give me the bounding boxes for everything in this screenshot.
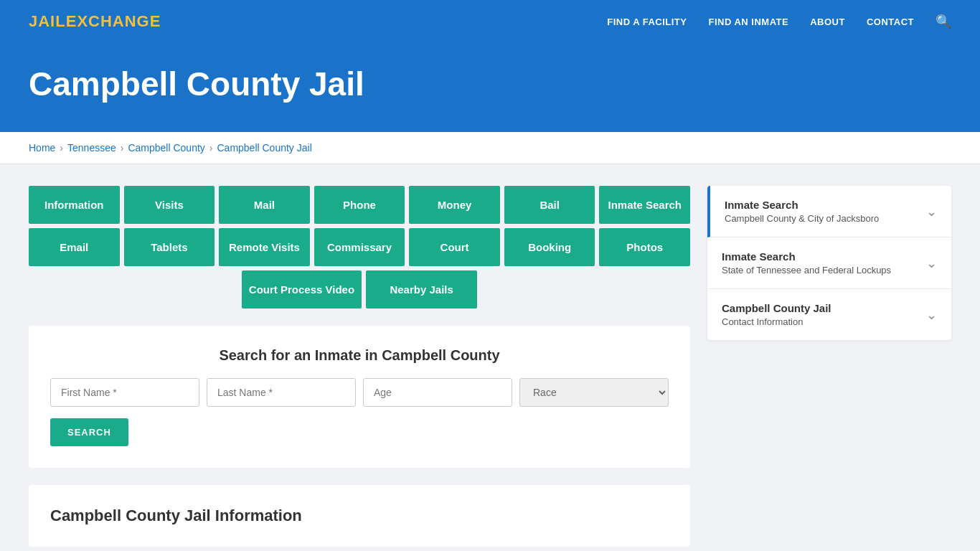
breadcrumb-home[interactable]: Home xyxy=(29,142,55,154)
breadcrumb-tennessee[interactable]: Tennessee xyxy=(67,142,116,154)
nav-tiles: Information Visits Mail Phone Money Bail… xyxy=(29,186,690,309)
tile-email[interactable]: Email xyxy=(29,228,120,266)
search-title: Search for an Inmate in Campbell County xyxy=(50,347,669,364)
breadcrumb-bar: Home › Tennessee › Campbell County › Cam… xyxy=(0,132,980,164)
breadcrumb-current[interactable]: Campbell County Jail xyxy=(217,142,311,154)
logo-jail: JAIL xyxy=(29,12,66,30)
page-title: Campbell County Jail xyxy=(29,65,951,103)
left-column: Information Visits Mail Phone Money Bail… xyxy=(29,186,690,547)
tile-commissary[interactable]: Commissary xyxy=(314,228,405,266)
search-fields: Race White Black Hispanic Asian Other xyxy=(50,378,669,407)
sidebar-item-text-1: Inmate Search State of Tennessee and Fed… xyxy=(722,250,891,276)
right-sidebar: Inmate Search Campbell County & City of … xyxy=(707,186,951,340)
age-input[interactable] xyxy=(363,378,512,407)
tiles-row-3: Court Process Video Nearby Jails xyxy=(29,270,690,309)
last-name-input[interactable] xyxy=(207,378,356,407)
tile-phone[interactable]: Phone xyxy=(314,186,405,224)
header: JAILEXCHANGE FIND A FACILITY FIND AN INM… xyxy=(0,0,980,43)
sidebar-item-2[interactable]: Campbell County Jail Contact Information… xyxy=(707,289,951,340)
breadcrumb: Home › Tennessee › Campbell County › Cam… xyxy=(29,142,951,154)
chevron-icon-2: ⌄ xyxy=(926,307,937,323)
tile-mail[interactable]: Mail xyxy=(219,186,310,224)
tiles-row-2: Email Tablets Remote Visits Commissary C… xyxy=(29,228,690,266)
sidebar-item-0[interactable]: Inmate Search Campbell County & City of … xyxy=(707,186,951,237)
sidebar-card: Inmate Search Campbell County & City of … xyxy=(707,186,951,340)
logo[interactable]: JAILEXCHANGE xyxy=(29,12,161,31)
tile-court-process-video[interactable]: Court Process Video xyxy=(242,270,362,309)
hero-section: Campbell County Jail xyxy=(0,43,980,132)
chevron-icon-1: ⌄ xyxy=(926,255,937,271)
sidebar-item-sub-0: Campbell County & City of Jacksboro xyxy=(725,213,879,224)
tile-tablets[interactable]: Tablets xyxy=(124,228,215,266)
sidebar-item-title-0: Inmate Search xyxy=(725,199,879,211)
first-name-input[interactable] xyxy=(50,378,199,407)
chevron-icon-0: ⌄ xyxy=(926,204,937,220)
main-nav: FIND A FACILITY FIND AN INMATE ABOUT CON… xyxy=(607,14,951,29)
search-button[interactable]: SEARCH xyxy=(50,418,128,446)
sep-1: › xyxy=(60,142,63,154)
tile-remote-visits[interactable]: Remote Visits xyxy=(219,228,310,266)
sidebar-item-1[interactable]: Inmate Search State of Tennessee and Fed… xyxy=(707,237,951,289)
inmate-search-box: Search for an Inmate in Campbell County … xyxy=(29,326,690,468)
tile-inmate-search[interactable]: Inmate Search xyxy=(599,186,690,224)
info-title: Campbell County Jail Information xyxy=(50,507,669,525)
sidebar-item-sub-1: State of Tennessee and Federal Lockups xyxy=(722,265,891,276)
info-section: Campbell County Jail Information xyxy=(29,485,690,547)
sidebar-item-text-2: Campbell County Jail Contact Information xyxy=(722,302,831,327)
sep-3: › xyxy=(209,142,213,154)
tile-court[interactable]: Court xyxy=(409,228,500,266)
tile-booking[interactable]: Booking xyxy=(504,228,595,266)
sidebar-item-title-1: Inmate Search xyxy=(722,250,891,263)
tile-photos[interactable]: Photos xyxy=(599,228,690,266)
tile-information[interactable]: Information xyxy=(29,186,120,224)
nav-find-facility[interactable]: FIND A FACILITY xyxy=(607,17,687,27)
sidebar-item-sub-2: Contact Information xyxy=(722,316,831,327)
nav-about[interactable]: ABOUT xyxy=(810,17,845,27)
sidebar-item-text-0: Inmate Search Campbell County & City of … xyxy=(725,199,879,224)
breadcrumb-campbell-county[interactable]: Campbell County xyxy=(128,142,204,154)
tile-visits[interactable]: Visits xyxy=(124,186,215,224)
tiles-row-1: Information Visits Mail Phone Money Bail… xyxy=(29,186,690,224)
sep-2: › xyxy=(121,142,124,154)
logo-exchange-x: E xyxy=(66,12,77,30)
sidebar-item-title-2: Campbell County Jail xyxy=(722,302,831,314)
nav-find-inmate[interactable]: FIND AN INMATE xyxy=(708,17,788,27)
nav-contact[interactable]: CONTACT xyxy=(867,17,914,27)
search-icon[interactable]: 🔍 xyxy=(936,14,951,29)
race-select[interactable]: Race White Black Hispanic Asian Other xyxy=(519,378,669,407)
tile-bail[interactable]: Bail xyxy=(504,186,595,224)
main-content: Information Visits Mail Phone Money Bail… xyxy=(0,164,980,551)
tile-money[interactable]: Money xyxy=(409,186,500,224)
logo-exchange-rest: XCHANGE xyxy=(77,12,161,30)
tile-nearby-jails[interactable]: Nearby Jails xyxy=(366,270,477,309)
